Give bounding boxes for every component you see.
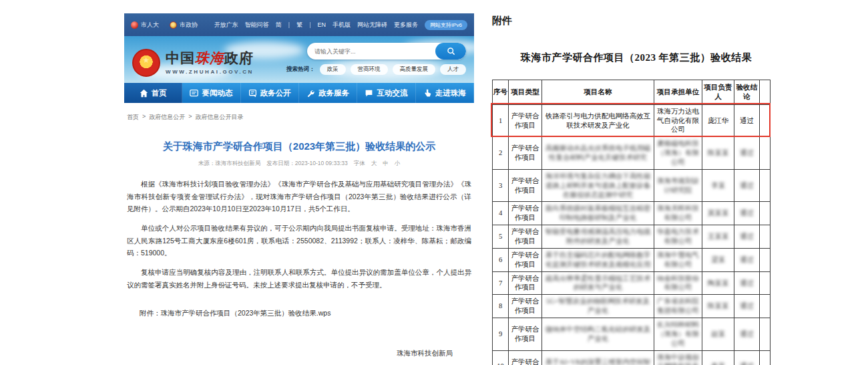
lang-traditional[interactable]: 繁 [296,21,302,29]
topbar-link-more-services[interactable]: 更多服务 [394,21,418,29]
topbar: 市人大 市政协 开放广东 智能问答 简|繁|EN 手机版 网站无障碍 更多服务 … [124,13,474,36]
cell-leader: 陈某某 [702,295,734,318]
nav-about-zhuhai[interactable]: 走进珠海 [416,83,474,103]
cell-org: 珠海市规划设计研究院 [654,169,702,202]
breadcrumb-info-catalog[interactable]: 政府信息公开目录 [196,113,244,122]
cell-no: 10 [493,350,509,365]
breadcrumb: 首页 > 政府信息公开 > 政府信息公开目录 [127,113,473,122]
table-row: 10产学研合作项目基于AI+VR的深景三维室内空间智能设计平台开发珠海中设视创元… [493,350,771,365]
cell-leader: 莫某某 [702,202,734,225]
national-emblem-icon: ★ [132,49,160,77]
cell-empty [760,271,771,295]
topbar-link-label: 市人大 [141,21,159,29]
nav-gov-disclosure[interactable]: 政务公开 [241,83,299,103]
font-size-small[interactable]: 小 [395,160,401,168]
hot-word-hq-development[interactable]: 高质量发展 [393,64,436,75]
search-box [307,43,466,59]
cell-no: 8 [493,295,509,318]
cell-leader: 庞江华 [702,104,734,137]
table-header-row: 序号 项目类型 项目名称 项目承担单位 项目负责人 验收结论 [493,80,771,105]
nav-home[interactable]: 首页 [124,83,182,103]
table-row: 2产学研合作项目高频驱动水晶光伏系统电子线用磁性复合材料产业化关键技术研究麦格磁… [493,137,771,170]
cell-leader: 陶某某 [702,271,734,295]
cell-name: 超高分辨率柔性显示模组工艺技术的研发与产业化 [542,271,654,295]
cell-result: 通过 [734,225,760,249]
cell-type: 产学研合作项目 [509,318,542,351]
lang-simplified[interactable]: 简 [276,21,282,29]
font-size-large[interactable]: 大 [371,160,377,168]
cell-no: 2 [493,137,509,170]
breadcrumb-info-disclosure[interactable]: 政府信息公开 [149,113,185,122]
article-paragraph: 单位或个人对公示项目验收结果有异议的，可于公示期内向我局提出书面复核申请。受理地… [127,222,471,259]
header-result: 验收结论 [734,80,760,105]
table-row: 7产学研合作项目超高分辨率柔性显示模组工艺技术的研发与产业化纳金科技股份有限公司… [493,271,771,295]
search-input[interactable] [307,48,435,55]
cell-result: 通过 [734,169,760,202]
disclosure-icon [248,89,257,98]
cell-empty [760,318,771,351]
cell-result: 通过 [734,137,760,170]
nav-label: 走进珠海 [435,88,466,98]
cell-result: 通过 [734,295,760,318]
site-banner: ★ 中国珠海政府 WWW.ZHUHAI.GOV.CN 搜索热词： 政策 营商环境… [124,36,474,83]
chat-icon [365,89,373,98]
table-row: 5产学研合作项目智能变电量传感测温高压电力电缆附件的研发及产业化华盈电力技术有限… [493,225,771,249]
cell-type: 产学研合作项目 [509,271,542,295]
separator: | [288,21,290,28]
cell-type: 产学研合作项目 [509,104,542,137]
header-no: 序号 [493,80,509,105]
cell-org: 广东省农科院集团有限公司 [654,295,702,318]
article-paragraph: 根据《珠海市科技计划项目验收管理办法》《珠海市产学研合作及基础与应用基础研究项目… [127,178,471,215]
table-row: 1产学研合作项目铁路牵引与电力供配电网络高效互联技术研发及产业化珠海万力达电气自… [493,104,771,137]
ipv6-badge[interactable]: 网站支持IPv6 [425,20,467,30]
hot-word-business-env[interactable]: 营商环境 [351,64,388,75]
site-logo[interactable]: ★ 中国珠海政府 WWW.ZHUHAI.GOV.CN [132,42,254,83]
cell-name: 高频驱动水晶光伏系统电子线用磁性复合材料产业化关键技术研究 [542,137,654,170]
nav-news[interactable]: 要闻动态 [182,83,240,103]
hot-words-label: 搜索热词： [286,66,315,74]
hot-word-policy[interactable]: 政策 [320,64,346,75]
breadcrumb-home[interactable]: 首页 [127,113,139,122]
cell-empty [760,202,771,225]
cell-no: 5 [493,225,509,249]
header-leader: 项目负责人 [702,80,734,105]
topbar-link-open-guangdong[interactable]: 开放广东 [214,21,238,29]
topbar-link-peoples-congress[interactable]: 市人大 [131,21,159,29]
meta-source: 来源：珠海市科技创新局 [198,160,261,168]
cell-type: 产学研合作项目 [509,225,542,249]
cell-type: 产学研合作项目 [509,169,542,202]
cell-name: 铁路牵引与电力供配电网络高效互联技术研发及产业化 [542,104,654,137]
cell-org: 华盈电力技术有限公司 [654,225,702,249]
lang-english[interactable]: EN [317,21,326,28]
cell-result: 通过 [734,271,760,295]
topbar-link-accessibility[interactable]: 网站无障碍 [357,21,387,29]
cell-name: 基于自主编码芯片的配电网络数字化监测关键技术研发及规模化应用 [542,248,654,271]
cell-result: 通过 [734,318,760,351]
peoples-congress-icon [131,21,138,29]
site-name: 中国珠海政府 [166,50,254,66]
search-button[interactable] [435,43,466,59]
cell-empty [760,225,771,249]
topbar-link-mobile[interactable]: 手机版 [333,21,351,29]
table-row: 8产学研合作项目5G+智慧农业的物联网技术研发及产业化广东省农科院集团有限公司陈… [493,295,771,318]
font-size-medium[interactable]: 中 [383,160,389,168]
cell-empty [760,137,771,170]
topbar-link-smart-qa[interactable]: 智能问答 [245,21,269,29]
hot-word-talent[interactable]: 人才 [440,64,466,75]
attachment-link[interactable]: 附件：珠海市产学研合作项目（2023年第三批）验收结果.wps [126,309,473,318]
cell-empty [760,248,771,271]
cell-org: 珠海中慧电气有限公司 [654,248,702,271]
cell-org: 麦格磁电科技（珠海）有限公司 [654,137,702,170]
cell-type: 产学研合作项目 [509,202,542,225]
header-type: 项目类型 [509,80,542,105]
breadcrumb-separator: > [188,113,192,122]
breadcrumb-separator: > [142,113,146,122]
results-table: 序号 项目类型 项目名称 项目承担单位 项目负责人 验收结论 1产学研合作项目铁… [492,80,771,365]
nav-interaction[interactable]: 互动交流 [357,83,415,103]
cell-result: 通过 [734,248,760,271]
topbar-link-cppcc[interactable]: 市政协 [170,21,198,29]
nav-gov-services[interactable]: 政务服务 [299,83,357,103]
signature-agency: 珠海市科技创新局 [126,349,473,358]
cell-no: 1 [493,104,509,137]
header-name: 项目名称 [542,80,654,105]
